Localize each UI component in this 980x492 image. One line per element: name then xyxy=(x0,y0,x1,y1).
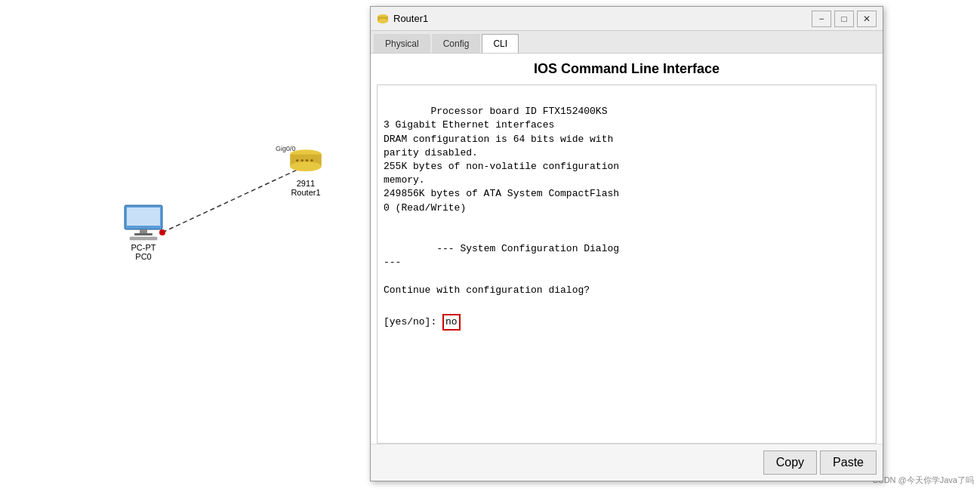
svg-rect-6 xyxy=(130,237,157,240)
tab-cli[interactable]: CLI xyxy=(482,34,519,53)
tab-config[interactable]: Config xyxy=(432,34,481,53)
input-prompt: [yes/no]: xyxy=(384,315,442,329)
maximize-button[interactable]: □ xyxy=(834,11,854,27)
input-line: [yes/no]: no xyxy=(384,314,870,331)
close-button[interactable]: ✕ xyxy=(857,11,877,27)
content-area: IOS Command Line Interface Processor boa… xyxy=(371,54,883,444)
title-bar: Router1 − □ ✕ xyxy=(371,7,883,31)
watermark: CSDN @今天你学Java了吗 xyxy=(872,475,974,486)
router-svg xyxy=(287,147,325,177)
tab-physical[interactable]: Physical xyxy=(374,34,430,53)
minimize-button[interactable]: − xyxy=(812,11,831,27)
router-label: 2911 Router1 xyxy=(291,179,320,197)
tab-bar: Physical Config CLI xyxy=(371,31,883,54)
svg-rect-3 xyxy=(127,208,160,226)
pc-icon[interactable]: PC-PT PC0 xyxy=(121,204,166,261)
network-area: Fa0 Gig0/0 PC-PT PC0 xyxy=(0,0,362,492)
svg-rect-5 xyxy=(134,233,153,235)
router-icon[interactable]: 2911 Router1 xyxy=(287,147,325,197)
window-controls: − □ ✕ xyxy=(812,11,877,27)
svg-point-11 xyxy=(301,159,304,161)
window-icon xyxy=(377,13,389,25)
svg-point-16 xyxy=(378,19,388,23)
bottom-bar: Copy Paste xyxy=(371,444,883,481)
connection-line xyxy=(0,0,362,492)
paste-button[interactable]: Paste xyxy=(820,450,877,475)
svg-point-13 xyxy=(310,159,313,161)
cli-title: IOS Command Line Interface xyxy=(371,54,883,85)
input-value[interactable]: no xyxy=(442,314,461,331)
router-window: Router1 − □ ✕ Physical Config CLI IOS Co… xyxy=(370,6,883,481)
copy-button[interactable]: Copy xyxy=(763,450,817,475)
window-title: Router1 xyxy=(393,13,812,24)
pc-label: PC-PT PC0 xyxy=(131,243,156,261)
terminal-content: Processor board ID FTX152400KS 3 Gigabit… xyxy=(384,106,619,295)
terminal[interactable]: Processor board ID FTX152400KS 3 Gigabit… xyxy=(378,85,876,443)
pc-svg xyxy=(121,204,166,241)
terminal-wrapper[interactable]: Processor board ID FTX152400KS 3 Gigabit… xyxy=(377,85,877,444)
svg-line-0 xyxy=(162,168,302,232)
svg-point-10 xyxy=(296,159,298,161)
svg-point-12 xyxy=(306,159,308,161)
svg-point-9 xyxy=(290,161,322,171)
